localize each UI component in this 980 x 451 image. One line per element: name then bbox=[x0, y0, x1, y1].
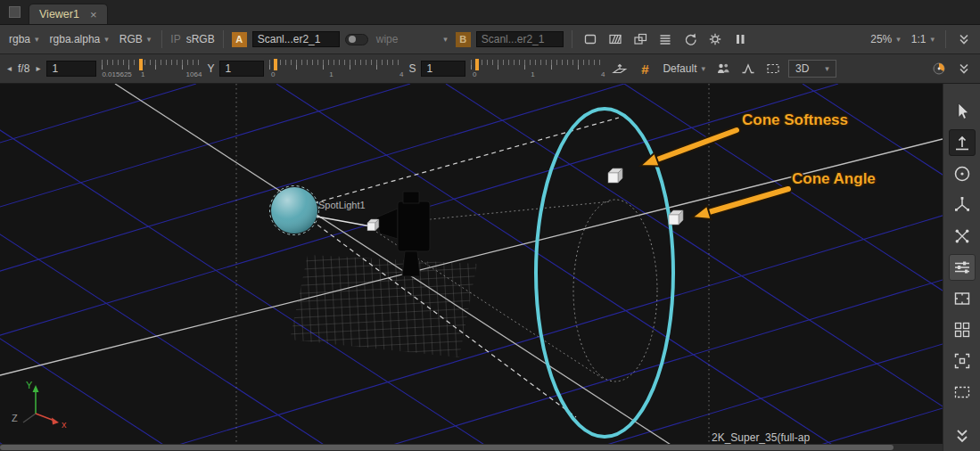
buffer-a-badge[interactable]: A bbox=[232, 32, 247, 47]
channels-value: rgba bbox=[9, 33, 30, 45]
tick-label: 0.015625 bbox=[102, 70, 131, 78]
tick-label: 1 bbox=[329, 70, 333, 78]
quad-view-button[interactable] bbox=[949, 316, 976, 343]
view-select-value: 3D bbox=[795, 62, 809, 75]
translate-tool-button[interactable] bbox=[949, 129, 976, 156]
lock-mode-value: Default bbox=[663, 62, 696, 75]
zoom-dropdown[interactable]: 25% ▾ bbox=[868, 31, 903, 47]
3d-viewport[interactable]: SpotLight1 Cone Softness Cone Angle bbox=[0, 84, 943, 451]
proxy-dropdown[interactable]: 1:1 ▾ bbox=[909, 31, 937, 47]
fstop-prev-icon[interactable]: ◂ bbox=[6, 64, 12, 73]
chevron-down-icon: ▾ bbox=[35, 36, 39, 44]
refresh-icon[interactable] bbox=[680, 29, 700, 49]
fstop-next-icon[interactable]: ▸ bbox=[35, 64, 41, 73]
chevron-down-icon: ▾ bbox=[930, 36, 935, 44]
color-sample-icon[interactable] bbox=[929, 59, 949, 78]
slider-handles-tool-button[interactable] bbox=[949, 254, 976, 281]
slider-ticks bbox=[102, 60, 202, 65]
divider bbox=[223, 30, 224, 48]
tab-bar: Viewer1 × bbox=[0, 0, 980, 25]
viewport-area: SpotLight1 Cone Softness Cone Angle bbox=[0, 84, 980, 451]
viewer-toolbar: rgba ▾ rgba.alpha ▾ RGB ▾ IP sRGB A wipe… bbox=[0, 25, 980, 54]
spotlight-label: SpotLight1 bbox=[318, 200, 366, 210]
scrollbar-handle[interactable] bbox=[0, 445, 894, 450]
cone-softness-annotation: Cone Softness bbox=[742, 111, 848, 128]
expand-sidebar-icon[interactable] bbox=[949, 422, 976, 449]
selection-box-icon[interactable] bbox=[763, 59, 783, 78]
gain-slider[interactable]: 0.015625 1 1064 bbox=[102, 56, 202, 81]
buffer-a-input[interactable] bbox=[252, 31, 340, 47]
cone-softness-handle[interactable] bbox=[608, 168, 622, 183]
viewer-window: Viewer1 × rgba ▾ rgba.alpha ▾ RGB ▾ IP s… bbox=[0, 0, 980, 451]
buffer-b-input[interactable] bbox=[476, 31, 564, 47]
viewer-tool-sidebar bbox=[943, 84, 980, 451]
roi-icon[interactable] bbox=[630, 29, 650, 49]
viewer-composite-icon[interactable] bbox=[581, 29, 600, 49]
exposure-toolbar: ◂ f/8 ▸ 0.015625 1 1064 Y 0 1 4 S bbox=[0, 54, 980, 84]
overlay-menu-icon[interactable] bbox=[655, 29, 675, 49]
wipe-dropdown[interactable]: wipe ▾ bbox=[374, 31, 450, 47]
horizontal-scrollbar[interactable] bbox=[0, 444, 943, 451]
ground-mesh-card bbox=[290, 255, 477, 357]
lock-mode-dropdown[interactable]: Default ▾ bbox=[660, 61, 708, 77]
tick-label: 1 bbox=[141, 70, 144, 78]
gain-slider-handle[interactable] bbox=[139, 59, 143, 70]
tick-label: 0 bbox=[271, 70, 275, 78]
input-process-button[interactable]: IP bbox=[170, 33, 180, 45]
alpha-channel-dropdown[interactable]: rgba.alpha ▾ bbox=[47, 31, 111, 47]
axis-x-label: x bbox=[62, 419, 67, 430]
cone-apex-handle[interactable] bbox=[367, 219, 379, 231]
tab-close-icon[interactable]: × bbox=[90, 9, 97, 20]
pause-icon[interactable] bbox=[730, 29, 750, 49]
divider bbox=[945, 30, 946, 48]
tick-label: 0 bbox=[473, 70, 476, 78]
gamma-input[interactable] bbox=[219, 61, 264, 77]
ab-swap-toggle[interactable] bbox=[345, 34, 368, 45]
pointer-tool-button[interactable] bbox=[949, 98, 976, 125]
view-select-dropdown[interactable]: 3D ▾ bbox=[788, 60, 836, 78]
buffer-b-badge[interactable]: B bbox=[456, 32, 471, 47]
tick-label: 4 bbox=[601, 70, 605, 78]
chevron-down-icon: ▾ bbox=[701, 65, 705, 73]
expand-toolbar-icon[interactable] bbox=[954, 29, 974, 49]
chevron-down-icon: ▾ bbox=[104, 36, 109, 44]
gamma-slider[interactable]: 0 1 4 bbox=[269, 56, 403, 81]
frame-selected-button[interactable] bbox=[949, 348, 976, 374]
input-process-plane-icon[interactable] bbox=[610, 59, 630, 78]
divider bbox=[161, 30, 162, 48]
channels-dropdown[interactable]: rgba ▾ bbox=[6, 31, 42, 47]
saturation-input[interactable] bbox=[421, 61, 465, 77]
saturation-slider[interactable]: 0 1 4 bbox=[471, 56, 605, 81]
chevron-down-icon: ▾ bbox=[443, 36, 448, 44]
grid-toggle-icon[interactable]: # bbox=[635, 59, 655, 78]
gain-input[interactable] bbox=[46, 61, 96, 77]
chevron-down-icon: ▾ bbox=[147, 36, 152, 44]
pane-menu-icon[interactable] bbox=[9, 6, 21, 18]
uniform-scale-tool-button[interactable] bbox=[949, 223, 976, 250]
expand-toolbar-icon[interactable] bbox=[954, 59, 974, 78]
marquee-select-button[interactable] bbox=[949, 379, 976, 406]
chevron-down-icon: ▾ bbox=[896, 36, 901, 44]
scale-axis-tool-button[interactable] bbox=[949, 192, 976, 218]
fstop-label: f/8 bbox=[18, 62, 29, 75]
slider-ticks bbox=[471, 60, 605, 65]
frame-tool-button[interactable] bbox=[949, 285, 976, 312]
alpha-value: rgba.alpha bbox=[50, 33, 101, 45]
checkerboard-icon[interactable] bbox=[605, 29, 625, 49]
cone-angle-annotation: Cone Angle bbox=[792, 170, 876, 187]
cone-angle-handle[interactable] bbox=[669, 210, 683, 225]
saturation-slider-handle[interactable] bbox=[475, 59, 479, 70]
display-style-value: RGB bbox=[119, 33, 143, 45]
zoom-value: 25% bbox=[870, 33, 892, 45]
tick-label: 4 bbox=[399, 70, 403, 78]
viewer-lut-button[interactable]: sRGB bbox=[186, 33, 215, 45]
rotate-tool-button[interactable] bbox=[949, 160, 976, 187]
lookup-curve-icon[interactable] bbox=[738, 59, 758, 78]
format-label: 2K_Super_35(full-ap bbox=[712, 431, 810, 444]
tab-viewer1[interactable]: Viewer1 × bbox=[29, 4, 108, 24]
settings-gear-icon[interactable] bbox=[705, 29, 725, 49]
tab-title: Viewer1 bbox=[39, 8, 79, 20]
gamma-slider-handle[interactable] bbox=[274, 59, 277, 70]
display-style-dropdown[interactable]: RGB ▾ bbox=[117, 31, 154, 47]
multi-user-icon[interactable] bbox=[713, 59, 733, 78]
